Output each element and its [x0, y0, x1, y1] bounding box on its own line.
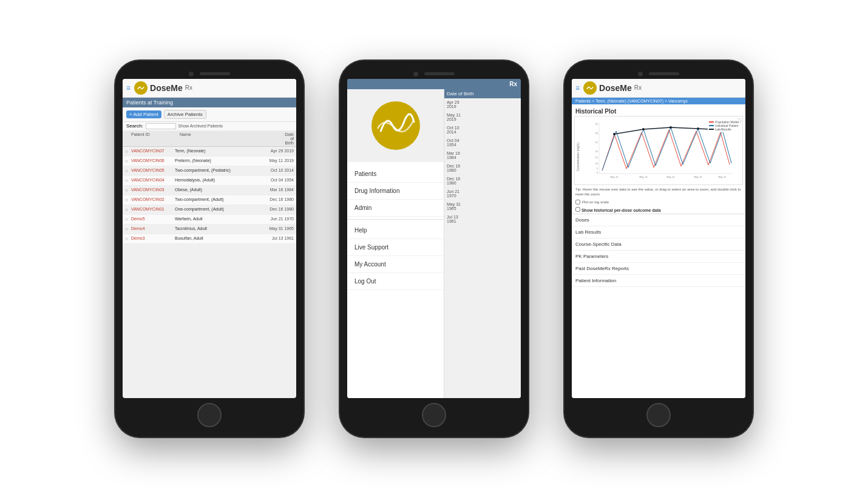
- archive-patients-button[interactable]: Archive Patients: [164, 110, 206, 119]
- phone-3-screen: ≡ DoseMe Rx Patients > Term, (Neonate) (…: [572, 79, 745, 398]
- plot-screen: ≡ DoseMe Rx Patients > Term, (Neonate) (…: [572, 79, 745, 398]
- table-row[interactable]: ○ VANCOMYCIN04 Hemodialysis, (Adult) Oct…: [123, 176, 296, 186]
- chart-tip: Tip: Hover the mouse over data to see th…: [572, 185, 745, 199]
- legend-color-population: [709, 121, 714, 123]
- menu-items-list: Patients Drug Information Admin Help Liv…: [347, 162, 444, 294]
- plot-section-lab-results[interactable]: Lab Results: [572, 226, 745, 238]
- table-row[interactable]: ○ VANCOMYCIN02 Two-compartment, (Adult) …: [123, 195, 296, 205]
- phone-1-bottom: [123, 398, 296, 430]
- menu-table-row: Apr 292019: [444, 98, 521, 111]
- show-historical-text: Show historical per-dose outcome data: [581, 208, 661, 212]
- table-header: Patient ID Name DateofBirth: [123, 131, 296, 147]
- patient-id-cell: Demo3: [131, 236, 175, 240]
- show-historical-checkbox[interactable]: [575, 207, 580, 212]
- patient-name-cell: Term, (Neonate): [175, 149, 268, 153]
- legend-label-lab: Lab Results: [715, 127, 731, 131]
- show-historical-label: Show historical per-dose outcome data: [572, 206, 745, 214]
- logo-circle: [134, 81, 147, 95]
- patient-dob-cell: Jun 21 1970: [268, 217, 294, 221]
- menu-table-row: Dec 161980: [444, 162, 521, 175]
- svg-text:5: 5: [597, 167, 598, 170]
- table-row[interactable]: ○ VANCOMYCIN03 Obese, (Adult) Mar 16 198…: [123, 186, 296, 195]
- brand-rx: Rx: [185, 84, 192, 91]
- col-patient-id: Patient ID: [131, 132, 180, 145]
- menu-table-row: May 311965: [444, 200, 521, 213]
- row-checkbox[interactable]: ○: [125, 197, 131, 203]
- row-checkbox[interactable]: ○: [125, 158, 131, 164]
- row-checkbox[interactable]: ○: [125, 168, 131, 174]
- phone-1-home-button[interactable]: [197, 403, 222, 427]
- patient-name-cell: Preterm, (Neonate): [175, 158, 268, 163]
- hamburger-icon[interactable]: ≡: [126, 84, 131, 92]
- phone-2: Rx Pa: [340, 61, 528, 437]
- plot-section-doses[interactable]: Doses: [572, 214, 745, 226]
- menu-item-patients[interactable]: Patients: [347, 166, 444, 183]
- patient-name-cell: Two-compartment, (Pediatric): [175, 168, 268, 172]
- table-row[interactable]: ○ VANCOMYCIN01 One-compartment, (Adult) …: [123, 205, 296, 215]
- phone-1: ≡ DoseMe Rx Patients at Training + Add P…: [115, 61, 303, 437]
- patient-rows: ○ VANCOMYCIN07 Term, (Neonate) Apr 29 20…: [123, 147, 296, 244]
- plot-hamburger-icon[interactable]: ≡: [575, 84, 580, 92]
- add-patient-button[interactable]: + Add Patient: [126, 110, 161, 118]
- patient-id-cell: Demo4: [131, 226, 175, 231]
- phone-2-bottom: [347, 398, 521, 430]
- plot-section-course-data[interactable]: Course-Specific Data: [572, 238, 745, 251]
- menu-item-drug-information[interactable]: Drug Information: [347, 183, 444, 200]
- menu-item-admin[interactable]: Admin: [347, 200, 444, 217]
- log-scale-checkbox[interactable]: [575, 200, 580, 205]
- row-checkbox[interactable]: ○: [125, 217, 131, 222]
- svg-text:30: 30: [595, 132, 598, 135]
- menu-item-my-account[interactable]: My Account: [347, 256, 444, 273]
- table-row[interactable]: ○ Demo5 Warfarin, Adult Jun 21 1970: [123, 215, 296, 225]
- table-row[interactable]: ○ Demo3 Busulfan, Adult Jul 13 1961: [123, 234, 296, 244]
- table-row[interactable]: ○ VANCOMYCIN05 Two-compartment, (Pediatr…: [123, 166, 296, 176]
- phone-1-speaker: [200, 72, 230, 75]
- log-scale-option: Plot on log scale: [572, 198, 745, 206]
- row-checkbox[interactable]: ○: [125, 236, 131, 242]
- action-bar: + Add Patient Archive Patients: [123, 107, 296, 122]
- search-bar: Search: Show Archived Patients: [123, 122, 296, 131]
- phones-container: ≡ DoseMe Rx Patients at Training + Add P…: [91, 36, 777, 461]
- table-row[interactable]: ○ VANCOMYCIN06 Preterm, (Neonate) May 11…: [123, 157, 296, 166]
- menu-avatar-section: [347, 89, 444, 162]
- chart-container: ⓘ Concentration (mg/L) 35 30 25 20 15: [574, 116, 743, 185]
- patient-dob-cell: Mar 16 1984: [268, 188, 294, 192]
- plot-section-reports[interactable]: Past DoseMeRx Reports: [572, 263, 745, 275]
- patient-id-cell: VANCOMYCIN03: [131, 188, 175, 192]
- svg-text:May 13: May 13: [639, 175, 648, 178]
- table-row[interactable]: ○ VANCOMYCIN07 Term, (Neonate) Apr 29 20…: [123, 147, 296, 157]
- svg-text:May 14: May 14: [666, 175, 675, 178]
- phone-2-camera: [413, 72, 418, 76]
- svg-text:May 14: May 14: [694, 175, 702, 178]
- phone-3: ≡ DoseMe Rx Patients > Term, (Neonate) (…: [565, 61, 753, 437]
- patient-name-cell: Hemodialysis, (Adult): [175, 178, 268, 182]
- plot-section-patient-info[interactable]: Patient Information: [572, 275, 745, 287]
- legend-lab-results: Lab Results: [709, 127, 739, 131]
- phone-3-home-button[interactable]: [646, 403, 671, 427]
- row-checkbox[interactable]: ○: [125, 226, 131, 232]
- plot-brand-rx: Rx: [634, 84, 642, 91]
- plot-app-header: ≡ DoseMe Rx: [572, 79, 745, 98]
- patient-id-cell: VANCOMYCIN05: [131, 168, 175, 172]
- patient-name-cell: Busulfan, Adult: [175, 236, 268, 240]
- patient-name-cell: Obese, (Adult): [175, 188, 268, 192]
- table-row[interactable]: ○ Demo4 Tacrolimus, Adult May 31 1965: [123, 225, 296, 234]
- brand-name: DoseMe: [150, 83, 183, 93]
- plot-section-pk-params[interactable]: PK Parameters: [572, 251, 745, 263]
- phone-2-home-button[interactable]: [422, 403, 446, 427]
- menu-avatar: [371, 101, 420, 150]
- patient-dob-cell: May 11 2019: [268, 158, 294, 163]
- row-checkbox[interactable]: ○: [125, 178, 131, 183]
- y-axis-label: Concentration (mg/L): [576, 123, 580, 171]
- row-checkbox[interactable]: ○: [125, 207, 131, 212]
- phone-1-screen: ≡ DoseMe Rx Patients at Training + Add P…: [123, 79, 296, 398]
- search-input[interactable]: [146, 123, 176, 129]
- svg-text:25: 25: [595, 141, 598, 144]
- plot-logo-circle: [583, 81, 597, 95]
- menu-item-live-support[interactable]: Live Support: [347, 239, 444, 256]
- row-checkbox[interactable]: ○: [125, 149, 131, 154]
- menu-item-help[interactable]: Help: [347, 222, 444, 239]
- row-checkbox[interactable]: ○: [125, 188, 131, 193]
- menu-item-log-out[interactable]: Log Out: [347, 273, 444, 290]
- menu-table-row: Dec 161980: [444, 175, 521, 188]
